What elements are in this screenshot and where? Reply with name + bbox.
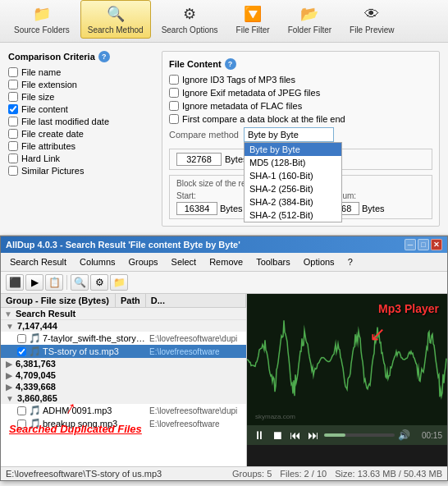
menu-select[interactable]: Select bbox=[166, 254, 203, 269]
comparison-item-file-size: File size bbox=[8, 92, 152, 102]
buffer-start-label: Start: bbox=[176, 191, 243, 200]
comparison-item-file-extension: File extension bbox=[8, 80, 152, 89]
group-expand-3[interactable]: ▶ bbox=[6, 383, 12, 392]
toolbar-item-search-method[interactable]: 🔍 Search Method bbox=[80, 0, 151, 39]
menu-remove[interactable]: Remove bbox=[203, 254, 249, 269]
group-expand-0[interactable]: ▼ bbox=[6, 322, 14, 331]
comparison-item-similar-pictures: Similar Pictures bbox=[8, 166, 152, 176]
block-size-input[interactable] bbox=[176, 153, 222, 166]
checkbox-file-extension[interactable] bbox=[8, 80, 18, 89]
toolbar-item-source-folders[interactable]: 📁 Source Folders bbox=[7, 0, 77, 39]
toolbar-item-file-preview[interactable]: 👁 File Preview bbox=[342, 0, 401, 39]
checkbox-ignore-id3[interactable] bbox=[169, 75, 179, 85]
menu-columns[interactable]: Columns bbox=[74, 254, 121, 269]
label-ignore-exif: Ignore Exif metadata of JPEG files bbox=[182, 88, 320, 98]
status-files: Files: 2 / 10 bbox=[280, 469, 327, 479]
group-header-0: ▼ 7,147,444 bbox=[1, 320, 246, 332]
col-path: Path bbox=[116, 294, 146, 307]
dropdown-option-sha-1-(160-bit)[interactable]: SHA-1 (160-Bit) bbox=[245, 169, 341, 182]
comparison-items: File name File extension File size File … bbox=[8, 67, 152, 176]
checkbox-file-name[interactable] bbox=[8, 67, 18, 77]
file-item-0-1[interactable]: 🎵 TS-story of us.mp3 E:\lovefreesoftware bbox=[1, 345, 246, 358]
file-name-0-1: TS-story of us.mp3 bbox=[43, 346, 149, 356]
menu-options[interactable]: Options bbox=[298, 254, 341, 269]
list-header: Group - File size (Bytes) Path D... bbox=[1, 294, 246, 308]
titlebar-buttons: ─ □ ✕ bbox=[405, 239, 442, 250]
group-size-1: 6,381,763 bbox=[16, 359, 56, 369]
next-button[interactable]: ⏭ bbox=[306, 429, 321, 442]
file-filter-icon: 🔽 bbox=[243, 4, 263, 24]
maximize-button[interactable]: □ bbox=[418, 239, 429, 250]
compare-method-dropdown: Byte by ByteMD5 (128-Bit)SHA-1 (160-Bit)… bbox=[244, 142, 342, 222]
menu-toolbars[interactable]: Toolbars bbox=[250, 254, 296, 269]
compare-method-dropdown-container: Byte by ByteMD5 (128-Bit)SHA-1 (160-Bit)… bbox=[244, 127, 334, 142]
file-content-title-text: File Content bbox=[169, 59, 222, 69]
checkbox-file-size[interactable] bbox=[8, 92, 18, 102]
label-file-content: File content bbox=[21, 104, 68, 114]
file-checkbox-4-0[interactable] bbox=[17, 406, 26, 415]
window-titlebar: AllDup 4.0.3 - Search Result 'File conte… bbox=[1, 236, 447, 253]
main-config-area: Comparison Criteria ? File name File ext… bbox=[0, 43, 448, 236]
minimize-button[interactable]: ─ bbox=[405, 239, 416, 250]
menu-search-result[interactable]: Search Result bbox=[4, 254, 72, 269]
file-name-0-0: 7-taylor_swift-the_story_of_us.mp3 bbox=[43, 333, 149, 343]
tb-btn-6[interactable]: 📁 bbox=[110, 274, 128, 291]
comparison-item-file-last-modified: File last modified date bbox=[8, 117, 152, 126]
prev-button[interactable]: ⏮ bbox=[288, 429, 303, 442]
close-button[interactable]: ✕ bbox=[431, 239, 442, 250]
status-size: Size: 13.63 MB / 50.43 MB bbox=[335, 469, 442, 479]
toolbar-item-file-filter[interactable]: 🔽 File Filter bbox=[229, 0, 277, 39]
window-title-text: AllDup 4.0.3 - Search Result 'File conte… bbox=[6, 240, 240, 250]
comparison-item-file-content: File content bbox=[8, 104, 152, 114]
stop-button[interactable]: ⏹ bbox=[270, 429, 285, 442]
file-preview-label: File Preview bbox=[350, 25, 394, 34]
progress-bar[interactable] bbox=[324, 433, 395, 437]
group-expand-1[interactable]: ▶ bbox=[6, 360, 12, 369]
toolbar-item-folder-filter[interactable]: 📂 Folder Filter bbox=[281, 0, 339, 39]
dropdown-option-sha-2-(384-bit)[interactable]: SHA-2 (384-Bit) bbox=[245, 195, 341, 209]
status-groups: Groups: 5 bbox=[232, 469, 272, 479]
group-expand-4[interactable]: ▼ bbox=[6, 394, 14, 403]
checkbox-ignore-exif[interactable] bbox=[169, 88, 179, 98]
file-path-4-1: E:\lovefreesoftware bbox=[149, 420, 243, 429]
file-icon-0-1: 🎵 bbox=[29, 346, 40, 357]
checkbox-file-attributes[interactable] bbox=[8, 141, 18, 151]
checkbox-ignore-flac[interactable] bbox=[169, 101, 179, 111]
compare-method-select[interactable]: Byte by ByteMD5 (128-Bit)SHA-1 (160-Bit)… bbox=[244, 127, 334, 142]
play-button[interactable]: ⏸ bbox=[252, 429, 267, 442]
result-window: AllDup 4.0.3 - Search Result 'File conte… bbox=[0, 236, 448, 481]
tb-btn-1[interactable]: ⬛ bbox=[6, 274, 24, 291]
toolbar-item-search-options[interactable]: ⚙ Search Options bbox=[154, 0, 226, 39]
file-checkbox-0-1[interactable] bbox=[17, 347, 26, 356]
checkbox-similar-pictures[interactable] bbox=[8, 166, 18, 176]
search-options-icon: ⚙ bbox=[180, 4, 199, 24]
search-result-header: ▼ Search Result bbox=[1, 308, 246, 320]
tb-btn-2[interactable]: ▶ bbox=[25, 274, 43, 291]
checkbox-hard-link[interactable] bbox=[8, 154, 18, 163]
group-expand-2[interactable]: ▶ bbox=[6, 371, 12, 380]
file-checkbox-0-0[interactable] bbox=[17, 334, 26, 343]
time-display: 00:15 bbox=[414, 431, 442, 440]
comparison-help-icon[interactable]: ? bbox=[98, 51, 110, 62]
waveform-area: Mp3 Player ↙ bbox=[247, 294, 447, 425]
searched-duplicated-label: Searched Duplicated Files bbox=[9, 423, 142, 435]
checkbox-file-last-modified[interactable] bbox=[8, 117, 18, 126]
menu-?[interactable]: ? bbox=[342, 254, 359, 269]
tb-btn-4[interactable]: 🔍 bbox=[71, 274, 89, 291]
menu-groups[interactable]: Groups bbox=[123, 254, 164, 269]
tb-btn-5[interactable]: ⚙ bbox=[90, 274, 108, 291]
dropdown-option-sha-2-(512-bit)[interactable]: SHA-2 (512-Bit) bbox=[245, 209, 341, 222]
checkbox-compare-block[interactable] bbox=[169, 114, 179, 124]
file-content-help-icon[interactable]: ? bbox=[225, 58, 236, 70]
file-item-0-0[interactable]: 🎵 7-taylor_swift-the_story_of_us.mp3 E:\… bbox=[1, 332, 246, 345]
fc-options: Ignore ID3 Tags of MP3 files Ignore Exif… bbox=[169, 75, 432, 124]
checkbox-file-create-date[interactable] bbox=[8, 129, 18, 139]
dropdown-option-sha-2-(256-bit)[interactable]: SHA-2 (256-Bit) bbox=[245, 182, 341, 195]
tb-btn-3[interactable]: 📋 bbox=[45, 274, 63, 291]
dropdown-option-md5-(128-bit)[interactable]: MD5 (128-Bit) bbox=[245, 156, 341, 169]
label-ignore-flac: Ignore metadata of FLAC files bbox=[182, 101, 302, 111]
checkbox-file-content[interactable] bbox=[8, 104, 18, 114]
file-item-4-0[interactable]: 🎵 ADHM 0091.mp3 E:\lovefreesoftware\dupi bbox=[1, 404, 246, 417]
buffer-start-input[interactable] bbox=[176, 202, 217, 215]
dropdown-option-byte-by-byte[interactable]: Byte by Byte bbox=[245, 143, 341, 156]
